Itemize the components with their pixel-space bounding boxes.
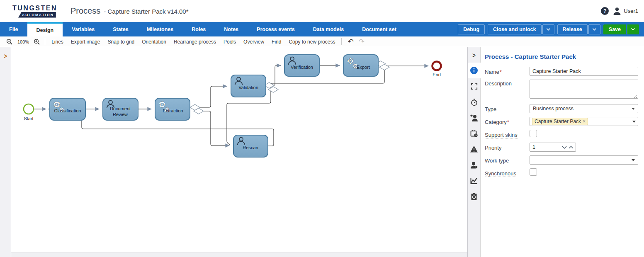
node-document-review[interactable]: Document Review bbox=[103, 98, 138, 120]
debug-button[interactable]: Debug bbox=[458, 24, 485, 34]
save-button[interactable]: Save bbox=[603, 24, 626, 34]
tab-process-events[interactable]: Process events bbox=[248, 22, 304, 36]
zoom-out-icon[interactable] bbox=[4, 39, 15, 45]
close-and-unlock-button[interactable]: Close and unlock bbox=[488, 24, 542, 34]
synchronous-label: Synchronous bbox=[485, 170, 530, 177]
toolbar-export-image[interactable]: Export image bbox=[67, 39, 104, 45]
app-header: TUNGSTEN AUTOMATION Process - Capture St… bbox=[0, 0, 644, 22]
name-input[interactable] bbox=[530, 67, 638, 76]
redo-icon[interactable]: ↷ bbox=[357, 38, 366, 45]
user-menu[interactable]: User1 bbox=[612, 7, 638, 16]
node-label: Verification bbox=[291, 65, 313, 70]
tab-analytics[interactable] bbox=[468, 173, 481, 189]
stopwatch-icon bbox=[470, 98, 478, 106]
panel-icon-strip: > bbox=[468, 47, 481, 257]
end-event[interactable]: End bbox=[433, 62, 441, 78]
tab-notes[interactable]: Notes bbox=[215, 22, 248, 36]
required-marker: * bbox=[500, 69, 502, 75]
release-dropdown-button[interactable] bbox=[588, 24, 600, 34]
work-type-select[interactable] bbox=[530, 155, 638, 165]
tab-variables[interactable]: Variables bbox=[63, 22, 104, 36]
calendar-clock-icon bbox=[470, 129, 478, 138]
node-label: Rescan bbox=[243, 145, 258, 150]
priority-input[interactable] bbox=[530, 144, 551, 150]
dropdown-caret-icon bbox=[632, 121, 636, 123]
node-export[interactable]: ⚙ ⚙ Export bbox=[343, 55, 378, 76]
tungsten-logo: TUNGSTEN AUTOMATION bbox=[12, 5, 59, 18]
tab-timer[interactable] bbox=[468, 94, 481, 110]
required-marker: * bbox=[507, 119, 509, 125]
synchronous-checkbox[interactable] bbox=[530, 168, 537, 176]
stepper-up-icon[interactable] bbox=[568, 145, 574, 149]
support-skins-label: Support skins bbox=[485, 131, 530, 138]
node-extraction[interactable]: ⚙ ⚙ Extraction bbox=[155, 98, 190, 120]
toolbar-find[interactable]: Find bbox=[268, 39, 285, 45]
tab-assignment[interactable] bbox=[468, 157, 481, 173]
person-star-icon bbox=[470, 114, 478, 122]
release-button[interactable]: Release bbox=[557, 24, 588, 34]
tab-document-set[interactable]: Document set bbox=[353, 22, 406, 36]
toolbar-lines[interactable]: Lines bbox=[48, 39, 67, 45]
chart-icon bbox=[470, 177, 478, 185]
tab-states[interactable]: States bbox=[104, 22, 138, 36]
toolbar-separator bbox=[341, 38, 342, 45]
chevron-down-icon bbox=[592, 28, 597, 31]
toolbar-copy-to-new-process[interactable]: Copy to new process bbox=[285, 39, 339, 45]
node-label: Extraction bbox=[163, 108, 183, 113]
panel-form: Process - Capture Starter Pack Name* Des… bbox=[481, 47, 644, 257]
page-title: Process - Capture Starter Pack v14.00* bbox=[70, 6, 189, 16]
tab-milestones[interactable]: Milestones bbox=[138, 22, 183, 36]
tab-file[interactable]: File bbox=[0, 22, 27, 36]
close-and-unlock-dropdown-button[interactable] bbox=[542, 24, 554, 34]
description-textarea[interactable] bbox=[530, 80, 638, 99]
tab-form-frame[interactable] bbox=[468, 78, 481, 94]
page-title-sub: - Capture Starter Pack v14.00* bbox=[104, 8, 188, 15]
support-skins-checkbox[interactable] bbox=[530, 130, 537, 137]
node-rescan[interactable]: Rescan bbox=[233, 135, 268, 157]
info-icon bbox=[470, 66, 478, 75]
type-label: Type bbox=[485, 105, 530, 112]
page-title-main: Process bbox=[70, 6, 100, 16]
logo-text-top: TUNGSTEN bbox=[12, 5, 59, 12]
help-icon[interactable]: ? bbox=[601, 7, 609, 15]
toolbar-separator bbox=[45, 38, 45, 45]
toolbar-rearrange-process[interactable]: Rearrange process bbox=[170, 39, 220, 45]
left-panel-collapsed: > bbox=[0, 47, 11, 257]
warning-icon bbox=[470, 145, 478, 153]
toolbar-pools[interactable]: Pools bbox=[220, 39, 240, 45]
category-tag-label: Capture Starter Pack bbox=[535, 119, 581, 124]
toolbar-orientation[interactable]: Orientation bbox=[138, 39, 170, 45]
zoom-in-icon[interactable] bbox=[32, 39, 42, 45]
user-icon bbox=[612, 7, 622, 16]
category-combobox[interactable]: Capture Starter Pack × bbox=[530, 117, 638, 126]
priority-stepper[interactable] bbox=[530, 143, 576, 152]
toolbar-overview[interactable]: Overview bbox=[240, 39, 268, 45]
node-label: Review bbox=[113, 112, 128, 117]
tab-roles[interactable]: Roles bbox=[182, 22, 215, 36]
tab-exceptions[interactable] bbox=[468, 141, 481, 157]
start-event[interactable]: Start bbox=[24, 104, 34, 121]
node-validation[interactable]: Validation bbox=[231, 75, 266, 97]
expand-left-panel-icon[interactable]: > bbox=[4, 52, 7, 61]
remove-tag-icon[interactable]: × bbox=[583, 119, 586, 124]
toolbar-snap-to-grid[interactable]: Snap to grid bbox=[104, 39, 139, 45]
node-verification[interactable]: Verification bbox=[284, 55, 319, 76]
node-classification[interactable]: ⚙ ⚙ Classification bbox=[50, 98, 85, 120]
flow-extraction-to-validation bbox=[200, 86, 227, 107]
tab-roles[interactable] bbox=[468, 110, 481, 126]
tab-data-models[interactable]: Data models bbox=[304, 22, 353, 36]
collapse-panel-icon[interactable]: > bbox=[472, 51, 476, 60]
person-assign-icon bbox=[470, 161, 478, 169]
tab-general-info[interactable] bbox=[468, 63, 481, 78]
save-dropdown-button[interactable] bbox=[627, 24, 639, 34]
stepper-down-icon[interactable] bbox=[561, 145, 567, 149]
undo-icon[interactable]: ↶ bbox=[344, 38, 357, 45]
tab-design[interactable]: Design bbox=[27, 22, 63, 36]
type-select[interactable]: Business process bbox=[530, 104, 638, 113]
node-label: Validation bbox=[238, 85, 258, 90]
description-label: Description bbox=[485, 80, 530, 87]
process-canvas[interactable]: Start End ⚙ ⚙ Classification Document bbox=[11, 47, 467, 252]
start-label: Start bbox=[24, 116, 33, 121]
tab-schedule[interactable] bbox=[468, 126, 481, 141]
tab-process-settings[interactable] bbox=[468, 189, 481, 204]
